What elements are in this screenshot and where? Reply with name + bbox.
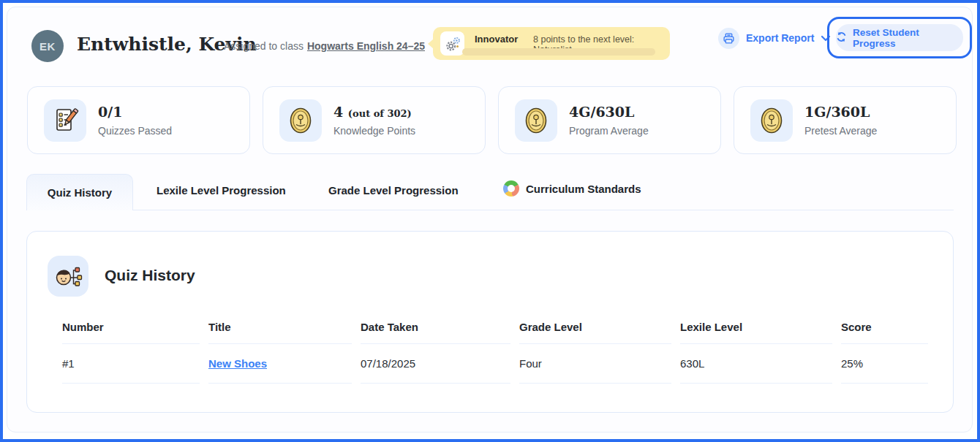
stat-label: Knowledge Points [333, 125, 415, 137]
stat-label: Quizzes Passed [98, 125, 172, 137]
grade-level-cell: Four [519, 344, 671, 384]
column-header-score: Score [841, 309, 928, 344]
stat-label: Program Average [569, 125, 649, 137]
quiz-title-cell: New Shoes [208, 344, 352, 384]
quiz-title-link[interactable]: New Shoes [208, 357, 267, 370]
assigned-class-prefix: Assigned to class [224, 40, 304, 52]
stat-value: 0/1 [98, 104, 122, 120]
column-header-number: Number [62, 309, 200, 344]
pie-chart-icon [503, 180, 519, 197]
quiz-number-cell: #1 [62, 344, 200, 384]
table-header-row: Number Title Date Taken Grade Level Lexi… [62, 309, 928, 344]
coin-icon [279, 99, 322, 142]
reset-student-progress-button[interactable]: Reset Student Progress [827, 17, 972, 58]
tab-quiz-history[interactable]: Quiz History [26, 174, 133, 210]
stat-value: 1G/360L [804, 104, 870, 120]
tab-curriculum-standards[interactable]: Curriculum Standards [503, 180, 641, 197]
export-report-label: Export Report [746, 32, 814, 44]
stat-card-quizzes-passed: 0/1 Quizzes Passed [27, 86, 250, 154]
level-badge: Innovator 8 points to the next level: Na… [433, 27, 670, 60]
tab-grade-level-progression[interactable]: Grade Level Progression [328, 184, 459, 197]
student-mindmap-icon [48, 256, 88, 297]
tab-lexile-level-progression[interactable]: Lexile Level Progression [157, 184, 286, 197]
stat-value: 4G/630L [569, 104, 634, 120]
class-link[interactable]: Hogwarts English 24–25 [307, 40, 425, 52]
level-progress-bar [462, 48, 655, 56]
stat-card-pretest-average: 1G/360L Pretest Average [734, 86, 957, 154]
reset-student-progress-label: Reset Student Progress [853, 27, 963, 49]
refresh-icon [836, 31, 847, 45]
quiz-history-table: Number Title Date Taken Grade Level Lexi… [53, 309, 937, 384]
stat-card-program-average: 4G/630L Program Average [498, 86, 721, 154]
section-title: Quiz History [105, 267, 195, 284]
column-header-date-taken: Date Taken [361, 309, 510, 344]
score-cell: 25% [841, 344, 928, 384]
stat-value: 4 (out of 302) [333, 104, 412, 120]
date-taken-cell: 07/18/2025 [361, 344, 510, 384]
lexile-level-cell: 630L [680, 344, 832, 384]
level-name: Innovator [475, 34, 518, 45]
reset-student-progress-pill[interactable]: Reset Student Progress [836, 24, 963, 51]
assigned-class: Assigned to class Hogwarts English 24–25 [224, 40, 425, 52]
stat-card-knowledge-points: 4 (out of 302) Knowledge Points [263, 86, 486, 154]
quiz-history-panel: Quiz History Number Title Date Taken Gra… [26, 231, 954, 413]
column-header-grade-level: Grade Level [519, 309, 671, 344]
gears-icon [440, 31, 464, 56]
column-header-title: Title [208, 309, 352, 344]
tabbar-divider [133, 210, 954, 210]
avatar: EK [31, 30, 64, 62]
coin-icon [515, 99, 557, 142]
stat-label: Pretest Average [804, 125, 877, 137]
quiz-checklist-icon [44, 99, 86, 142]
coin-icon [750, 99, 793, 142]
table-row: #1 New Shoes 07/18/2025 Four 630L 25% [62, 344, 928, 384]
tab-curriculum-standards-label: Curriculum Standards [526, 183, 641, 195]
printer-icon [718, 28, 739, 49]
stat-value-suffix: (out of 302) [348, 108, 412, 119]
export-report-button[interactable]: Export Report [718, 27, 831, 49]
column-header-lexile-level: Lexile Level [680, 309, 832, 344]
